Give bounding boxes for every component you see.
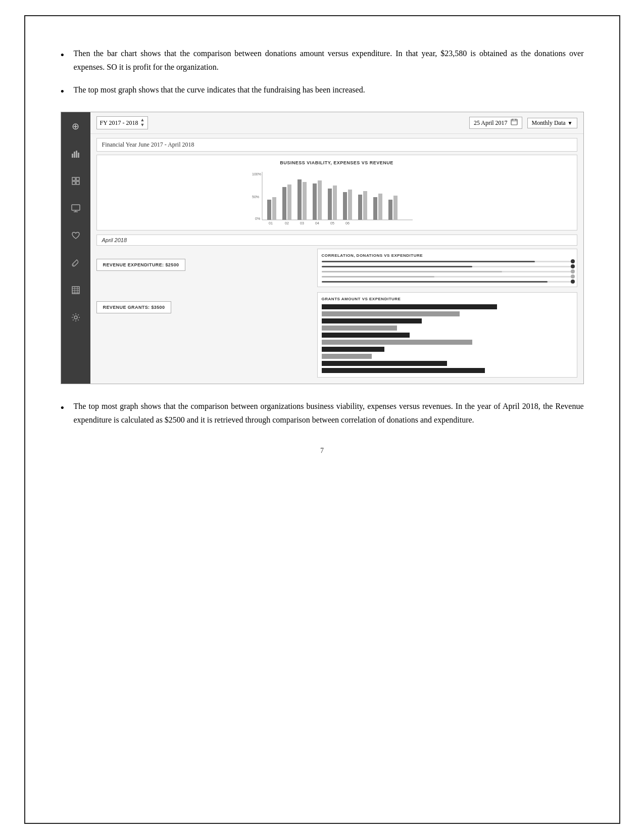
grants-bar-gray-8 bbox=[322, 354, 372, 359]
dashboard-icon[interactable]: ⊕ bbox=[67, 117, 85, 135]
svg-rect-1 bbox=[74, 152, 75, 158]
grants-chart: GRANTS AMOUNT VS EXPENDITURE bbox=[317, 292, 577, 378]
svg-rect-44 bbox=[388, 200, 392, 220]
monthly-label: Monthly Data bbox=[532, 119, 566, 127]
bullet-text-1: Then the bar chart shows that the compar… bbox=[74, 47, 584, 74]
svg-rect-37 bbox=[333, 186, 337, 220]
svg-rect-35 bbox=[318, 180, 322, 220]
fy-label: FY 2017 - 2018 bbox=[100, 119, 138, 127]
main-content: FY 2017 - 2018 ▲ ▼ 25 April 2017 Monthly… bbox=[90, 112, 583, 384]
svg-text:06: 06 bbox=[345, 221, 350, 225]
svg-text:02: 02 bbox=[285, 221, 289, 225]
corr-fill-3 bbox=[322, 271, 503, 272]
svg-text:50%: 50% bbox=[252, 195, 259, 199]
svg-rect-6 bbox=[72, 181, 75, 184]
corr-track-3 bbox=[322, 271, 573, 272]
page-number: 7 bbox=[61, 447, 584, 455]
chart-icon[interactable] bbox=[67, 145, 85, 163]
correlation-lines bbox=[322, 261, 573, 283]
bullet-section-2: • The top most graph shows that the curv… bbox=[61, 83, 584, 100]
fy-spinner[interactable]: ▲ ▼ bbox=[140, 118, 144, 128]
grants-bar-dark-7 bbox=[322, 347, 384, 352]
svg-text:03: 03 bbox=[300, 221, 304, 225]
charts-area: BUSINESS VIABILITY, EXPENSES VS REVENUE … bbox=[90, 155, 583, 384]
month-label: April 2018 bbox=[96, 235, 577, 246]
heart-icon[interactable] bbox=[67, 226, 85, 245]
svg-rect-31 bbox=[287, 184, 291, 220]
dropdown-arrow-icon: ▼ bbox=[568, 120, 573, 126]
top-chart-title: BUSINESS VIABILITY, EXPENSES VS REVENUE bbox=[280, 160, 393, 165]
svg-rect-28 bbox=[267, 200, 271, 220]
svg-rect-39 bbox=[348, 190, 352, 220]
svg-text:04: 04 bbox=[315, 221, 319, 225]
grid-icon[interactable] bbox=[67, 172, 85, 190]
corr-line-5 bbox=[322, 281, 573, 283]
tool-icon[interactable] bbox=[67, 254, 85, 272]
grants-bar-9 bbox=[322, 361, 573, 366]
grants-bar-1 bbox=[322, 304, 573, 309]
corr-fill-1 bbox=[322, 261, 535, 262]
bullet-item-3: • The top most graph shows that the comp… bbox=[61, 399, 584, 427]
grants-bar-7 bbox=[322, 347, 573, 352]
business-viability-chart: 100% 50% 0% bbox=[241, 169, 433, 225]
grants-bar-dark-5 bbox=[322, 333, 410, 338]
svg-text:0%: 0% bbox=[255, 217, 260, 220]
left-charts: REVENUE EXPENDITURE: $2500 REVENUE GRANT… bbox=[96, 249, 313, 378]
grants-bar-dark-1 bbox=[322, 304, 498, 309]
svg-rect-33 bbox=[303, 182, 307, 220]
bullet-section-3: • The top most graph shows that the comp… bbox=[61, 399, 584, 427]
bullet-item-2: • The top most graph shows that the curv… bbox=[61, 83, 584, 100]
corr-line-4 bbox=[322, 276, 573, 277]
svg-rect-41 bbox=[363, 191, 367, 220]
correlation-chart: CORRELATION, DONATIONS VS EXPENDITURE bbox=[317, 249, 577, 287]
fy-selector[interactable]: FY 2017 - 2018 ▲ ▼ bbox=[96, 116, 148, 129]
revenue-grants-box: REVENUE GRANTS: $3500 bbox=[96, 301, 172, 313]
corr-line-1 bbox=[322, 261, 573, 262]
right-charts: CORRELATION, DONATIONS VS EXPENDITURE bbox=[317, 249, 577, 378]
bottom-charts-row: REVENUE EXPENDITURE: $2500 REVENUE GRANT… bbox=[96, 249, 577, 378]
date-label: 25 April 2017 bbox=[474, 119, 508, 127]
bullet-text-2: The top most graph shows that the curve … bbox=[74, 83, 584, 97]
svg-text:05: 05 bbox=[330, 221, 334, 225]
svg-rect-29 bbox=[272, 197, 276, 220]
top-chart-container: BUSINESS VIABILITY, EXPENSES VS REVENUE … bbox=[96, 155, 577, 230]
grants-bar-3 bbox=[322, 318, 573, 323]
monthly-dropdown[interactable]: Monthly Data ▼ bbox=[527, 118, 577, 128]
svg-rect-8 bbox=[72, 205, 80, 210]
monitor-icon[interactable] bbox=[67, 199, 85, 217]
grants-bar-dark-3 bbox=[322, 318, 422, 323]
bottom-section: April 2018 REVENUE EXPENDITURE: $2500 RE… bbox=[96, 235, 577, 378]
revenue-expenditure-box: REVENUE EXPENDITURE: $2500 bbox=[96, 259, 186, 271]
svg-rect-19 bbox=[511, 119, 517, 125]
corr-fill-4 bbox=[322, 276, 435, 277]
corr-fill-5 bbox=[322, 281, 548, 283]
corr-track-4 bbox=[322, 276, 573, 277]
svg-rect-7 bbox=[76, 181, 79, 184]
svg-text:01: 01 bbox=[269, 221, 273, 225]
svg-point-18 bbox=[74, 316, 77, 319]
grants-bar-gray-4 bbox=[322, 326, 397, 331]
fy-full-label: Financial Year June 2017 - April 2018 bbox=[96, 138, 577, 152]
correlation-chart-title: CORRELATION, DONATIONS VS EXPENDITURE bbox=[322, 253, 573, 258]
bullet-text-3: The top most graph shows that the compar… bbox=[74, 399, 584, 427]
dashboard-container: ⊕ bbox=[61, 112, 584, 384]
grants-chart-title: GRANTS AMOUNT VS EXPENDITURE bbox=[322, 297, 573, 301]
corr-line-2 bbox=[322, 266, 573, 267]
svg-rect-40 bbox=[358, 195, 362, 220]
corr-track-1 bbox=[322, 261, 573, 262]
svg-rect-5 bbox=[76, 177, 79, 180]
table-icon[interactable] bbox=[67, 281, 85, 299]
grants-bar-dark-9 bbox=[322, 361, 447, 366]
bullet-dot-3: • bbox=[61, 400, 74, 416]
svg-rect-4 bbox=[72, 177, 75, 180]
date-picker[interactable]: 25 April 2017 bbox=[469, 117, 522, 129]
svg-rect-30 bbox=[282, 187, 286, 220]
grants-bar-gray-6 bbox=[322, 340, 472, 345]
grants-bar-2 bbox=[322, 311, 573, 316]
settings-icon[interactable] bbox=[67, 308, 85, 327]
grants-bar-gray-2 bbox=[322, 311, 460, 316]
svg-rect-3 bbox=[78, 153, 79, 158]
svg-rect-2 bbox=[76, 151, 77, 158]
grants-bar-dark-10 bbox=[322, 368, 485, 373]
svg-rect-34 bbox=[313, 183, 317, 220]
